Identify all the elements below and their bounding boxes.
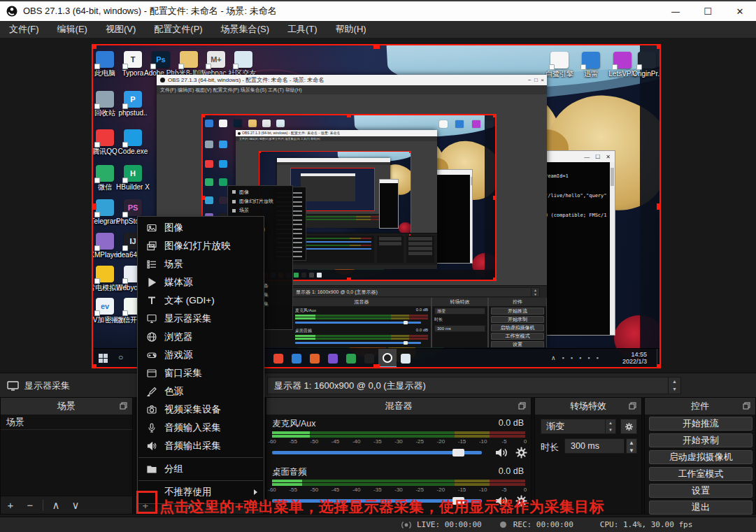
menu-item-browser[interactable]: 浏览器	[138, 328, 264, 346]
mixer-dock-header[interactable]: 混音器	[266, 398, 531, 415]
selection-handle[interactable]	[373, 364, 380, 368]
selection-handle[interactable]	[203, 196, 205, 200]
menu-copy-item: 图像	[228, 187, 292, 196]
nested-taskbar-app	[294, 273, 299, 278]
nested-controls-dock: 控件 开始推流开始录制启动虚拟摄像机工作室模式设置退出	[489, 298, 546, 347]
selection-handle[interactable]	[657, 203, 660, 210]
taskbar-app-doc-app[interactable]	[397, 349, 415, 367]
selection-handle[interactable]	[493, 115, 495, 117]
tray-icon-2[interactable]: ▪	[571, 354, 573, 362]
nested-control-button: 开始推流	[491, 308, 544, 315]
selection-handle[interactable]	[347, 115, 351, 117]
monitor-select-spinner[interactable]: ▲▼	[668, 378, 680, 394]
menubar-item-6[interactable]: 帮助(H)	[327, 21, 376, 38]
transitions-dock-header[interactable]: 转场特效	[535, 398, 641, 415]
menu-item-color[interactable]: 色源	[138, 382, 264, 401]
controls-dock-header[interactable]: 控件	[645, 398, 755, 415]
shortcut-arrow-icon	[612, 64, 618, 70]
remove-scene-button[interactable]: −	[20, 499, 40, 511]
volume-slider[interactable]	[272, 451, 482, 454]
menu-item-scene[interactable]: 场景	[138, 255, 264, 273]
selection-handle[interactable]	[347, 278, 351, 280]
taskbar-app-obs-active[interactable]	[378, 349, 397, 367]
menu-item-game[interactable]: 游戏源	[138, 346, 264, 364]
control-button-4[interactable]: 设置	[649, 484, 753, 498]
taskbar-app-app-purple[interactable]	[324, 349, 342, 367]
taskbar-app-hbuilder[interactable]	[342, 349, 360, 367]
duration-stepper[interactable]: ▲▼	[626, 438, 637, 454]
close-button[interactable]: ✕	[724, 1, 756, 21]
desktop-icon[interactable]: OriginPr..	[630, 52, 659, 78]
tray-icon-1[interactable]: ▪	[562, 354, 564, 362]
selection-handle[interactable]	[409, 152, 411, 153]
selection-handle[interactable]	[493, 196, 495, 200]
menu-item-label: 图像	[164, 222, 183, 234]
transition-select[interactable]: 渐变▲▼	[541, 419, 616, 434]
scene-down-button[interactable]: ∨	[66, 499, 85, 512]
add-scene-button[interactable]: +	[1, 499, 20, 511]
controls-dock: 控件 开始推流开始录制启动虚拟摄像机工作室模式设置退出	[644, 397, 756, 515]
scenes-dock-header[interactable]: 场景	[1, 398, 132, 415]
control-button-3[interactable]: 工作室模式	[649, 467, 753, 481]
menubar-item-0[interactable]: 文件(F)	[0, 21, 48, 38]
menu-item-media[interactable]: 媒体源	[138, 273, 264, 292]
control-button-2[interactable]: 启动虚拟摄像机	[649, 450, 753, 464]
desktop-icon[interactable]: Code.exe	[116, 129, 150, 155]
menu-item-camera[interactable]: 视频采集设备	[138, 401, 264, 419]
tray-icon-5[interactable]: ▪	[596, 354, 598, 362]
control-button-5[interactable]: 退出	[649, 501, 753, 515]
tray-icon-4[interactable]: ▪	[587, 354, 590, 362]
selection-handle[interactable]	[93, 45, 97, 49]
desktop-icon[interactable]: HHBuilder X	[116, 165, 150, 191]
menu-item-window[interactable]: 窗口采集	[138, 364, 264, 382]
menu-item-image[interactable]: 图像	[138, 219, 264, 237]
scene-up-button[interactable]: ∧	[46, 499, 66, 512]
menubar-item-4[interactable]: 场景集合(S)	[212, 21, 278, 38]
speaker-icon[interactable]	[494, 447, 508, 459]
selection-handle[interactable]	[203, 115, 205, 117]
control-button-0[interactable]: 开始推流	[649, 417, 753, 431]
selection-handle[interactable]	[409, 234, 411, 236]
desktop-icon[interactable]: 社区交友.	[227, 51, 260, 77]
channel-name: 桌面音频	[272, 466, 307, 478]
selection-handle[interactable]	[93, 203, 97, 210]
selection-handle[interactable]	[657, 45, 660, 49]
taskbar-app-browser-s[interactable]	[287, 349, 306, 367]
tray-icon-3[interactable]: ▪	[579, 354, 581, 362]
tray-icon-0[interactable]: ∧	[551, 354, 556, 362]
menu-item-speaker[interactable]: 音频输出采集	[138, 437, 264, 455]
menubar-item-2[interactable]: 视图(V)	[97, 21, 145, 38]
monitor-select[interactable]: 显示器 1: 1600x900 @ 0,0 (主显示器) ▲▼	[267, 377, 681, 394]
menu-item-slideshow[interactable]: 图像幻灯片放映	[138, 237, 264, 255]
nested-obs-logo-icon	[160, 78, 165, 82]
taskbar-app-app-orange[interactable]	[306, 349, 324, 367]
nested-terminal-2	[379, 179, 399, 229]
menubar-item-3[interactable]: 配置文件(P)	[145, 21, 211, 38]
volume-slider-handle[interactable]	[452, 449, 464, 456]
menu-item-display[interactable]: 显示器采集	[138, 310, 264, 328]
menu-item-text[interactable]: 文本 (GDI+)	[138, 292, 264, 310]
selection-handle[interactable]	[657, 364, 660, 368]
minimize-button[interactable]: —	[659, 1, 692, 21]
preview-area[interactable]: 此电脑TTyporaPsAdobe Pho..小米8-剧面M+webpac..社…	[0, 38, 756, 373]
desktop-icon[interactable]: Pphpstud..	[116, 91, 150, 117]
control-button-1[interactable]: 开始录制	[649, 433, 753, 447]
menu-item-folder[interactable]: 分组	[138, 460, 264, 478]
gear-icon[interactable]	[515, 447, 527, 459]
selection-handle[interactable]	[373, 45, 380, 49]
scene-list-item[interactable]: 场景	[1, 415, 132, 430]
desktop-icon-label: phpstud..	[116, 109, 150, 117]
menubar-item-5[interactable]: 工具(T)	[278, 21, 327, 38]
duration-field[interactable]: 300 ms	[564, 438, 625, 454]
selection-handle[interactable]	[259, 152, 261, 153]
transition-settings-button[interactable]	[620, 419, 637, 434]
shortcut-arrow-icon	[94, 310, 100, 316]
taskbar-app-huorong-security[interactable]	[269, 349, 287, 367]
selection-handle[interactable]	[93, 364, 97, 368]
menubar-item-1[interactable]: 编辑(E)	[48, 21, 97, 38]
maximize-button[interactable]: ☐	[692, 1, 724, 21]
menu-item-mic[interactable]: 音频输入采集	[138, 419, 264, 437]
desktop-icon[interactable]: 迅雷	[574, 52, 608, 78]
desktop-icon[interactable]: 白鹭引擎	[543, 52, 576, 78]
selection-handle[interactable]	[493, 278, 495, 280]
